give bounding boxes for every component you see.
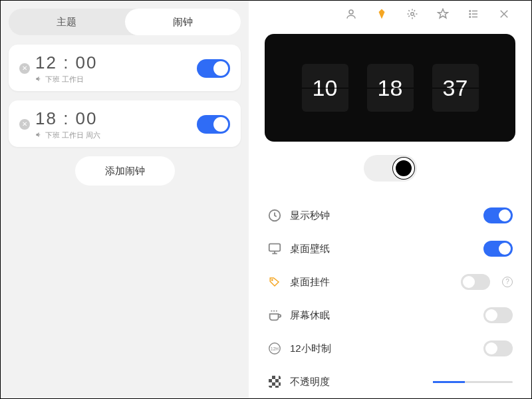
close-icon[interactable]: ✕	[19, 119, 30, 130]
svg-point-2	[469, 11, 471, 12]
setting-show-seconds: 显示秒钟	[267, 199, 513, 232]
show-seconds-toggle[interactable]	[483, 207, 513, 223]
setting-label: 12小时制	[290, 342, 475, 355]
alarm-meta: 下班 工作日 周六	[35, 130, 197, 140]
alarm-tags: 下班 工作日	[45, 74, 84, 84]
setting-widget: 桌面挂件 ?	[267, 265, 513, 299]
clock-minutes: 18	[367, 64, 414, 112]
alarm-body: 12 : 00 下班 工作日	[35, 53, 197, 84]
top-icon-bar	[249, 1, 531, 27]
alarm-card[interactable]: ✕ 18 : 00 下班 工作日 周六	[9, 100, 241, 147]
setting-12hour: 12H 12小时制	[267, 332, 513, 365]
clock-icon	[267, 208, 282, 223]
svg-text:12H: 12H	[271, 346, 279, 351]
twelve-hour-toggle[interactable]	[483, 340, 513, 356]
screensaver-toggle[interactable]	[483, 307, 513, 323]
svg-point-1	[411, 13, 414, 16]
setting-label: 桌面挂件	[290, 276, 453, 289]
widget-toggle[interactable]	[461, 274, 490, 290]
svg-rect-11	[269, 244, 281, 251]
svg-point-4	[469, 17, 471, 18]
twelve-hour-icon: 12H	[267, 341, 282, 356]
setting-label: 显示秒钟	[290, 209, 475, 222]
gear-icon[interactable]	[406, 8, 418, 20]
close-icon[interactable]	[498, 8, 510, 20]
alarm-time: 18 : 00	[35, 108, 197, 129]
checker-icon	[267, 374, 282, 389]
theme-knob-dark-icon	[393, 158, 414, 179]
alarm-card[interactable]: ✕ 12 : 00 下班 工作日	[9, 45, 241, 91]
setting-wallpaper: 桌面壁纸	[267, 232, 513, 265]
svg-point-3	[469, 13, 471, 15]
left-panel: 主题 闹钟 ✕ 12 : 00 下班 工作日 ✕ 18 : 00 下班 工作日 …	[1, 1, 249, 398]
setting-opacity: 不透明度	[267, 365, 513, 398]
settings-list: 显示秒钟 桌面壁纸 桌面挂件 ? 屏幕休眠 12H 12小时制 不透明度	[249, 199, 531, 398]
alarm-tags: 下班 工作日 周六	[45, 130, 100, 140]
coffee-icon	[267, 308, 282, 323]
right-panel: 10 18 37 显示秒钟 桌面壁纸 桌面挂件 ? 屏幕休眠 12H	[249, 1, 531, 398]
setting-label: 不透明度	[290, 376, 425, 388]
diamond-icon[interactable]	[376, 8, 388, 20]
star-icon[interactable]	[437, 8, 449, 20]
alarm-toggle[interactable]	[197, 59, 230, 78]
svg-point-12	[272, 279, 273, 281]
setting-label: 桌面壁纸	[290, 243, 475, 255]
alarm-body: 18 : 00 下班 工作日 周六	[35, 108, 197, 140]
list-icon[interactable]	[467, 8, 479, 20]
alarm-toggle[interactable]	[197, 115, 230, 134]
help-icon[interactable]: ?	[502, 277, 513, 287]
sound-icon	[35, 131, 43, 140]
clock-seconds: 37	[432, 64, 479, 112]
tab-alarm[interactable]: 闹钟	[125, 9, 241, 35]
clock-hours: 10	[302, 64, 348, 112]
alarm-time: 12 : 00	[35, 53, 197, 73]
clock-display: 10 18 37	[265, 34, 515, 142]
theme-toggle[interactable]	[364, 155, 417, 182]
svg-point-0	[349, 10, 353, 14]
opacity-slider[interactable]	[433, 381, 513, 383]
monitor-icon	[267, 241, 282, 256]
setting-screensaver: 屏幕休眠	[267, 299, 513, 332]
close-icon[interactable]: ✕	[19, 63, 30, 74]
setting-label: 屏幕休眠	[290, 309, 475, 322]
add-alarm-button[interactable]: 添加闹钟	[75, 156, 175, 186]
sound-icon	[35, 75, 43, 84]
alarm-meta: 下班 工作日	[35, 74, 197, 84]
user-icon[interactable]	[345, 8, 357, 20]
tab-theme[interactable]: 主题	[9, 9, 125, 35]
wallpaper-toggle[interactable]	[483, 241, 513, 257]
tag-icon	[267, 275, 282, 289]
tab-bar: 主题 闹钟	[9, 9, 241, 35]
